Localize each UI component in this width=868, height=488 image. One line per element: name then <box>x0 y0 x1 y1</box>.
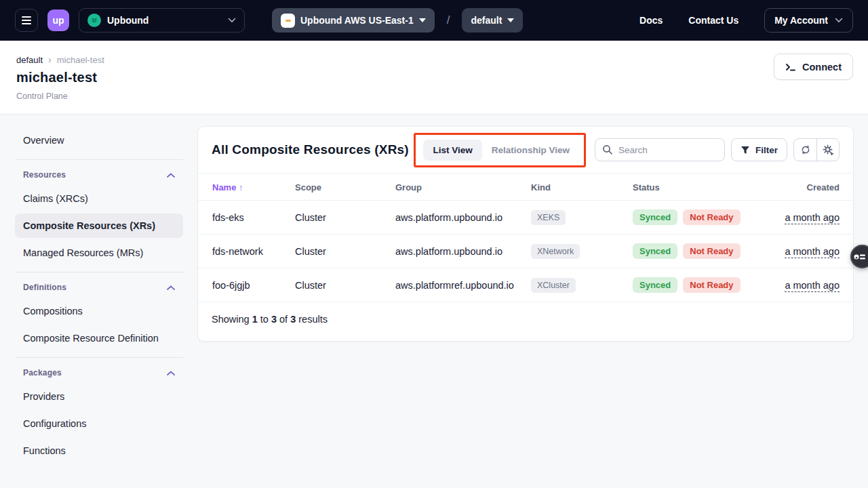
breadcrumb-current: michael-test <box>57 55 104 65</box>
cell-status: SyncedNot Ready <box>633 235 772 268</box>
list-record-icon <box>853 252 865 262</box>
cell-group: aws.platformref.upbound.io <box>395 268 531 302</box>
cell-scope: Cluster <box>295 268 395 302</box>
cell-kind: XNetwork <box>531 235 633 268</box>
relationship-view-tab[interactable]: Relationship View <box>492 145 570 155</box>
column-header-created[interactable]: Created <box>772 174 853 201</box>
sidebar-item-xrd[interactable]: Composite Resource Definition <box>15 326 183 350</box>
sidebar-item-composite-resources[interactable]: Composite Resources (XRs) <box>15 214 183 238</box>
cell-status: SyncedNot Ready <box>633 268 772 302</box>
status-badge-not-ready: Not Ready <box>683 277 740 293</box>
cell-scope: Cluster <box>295 201 395 235</box>
search-icon <box>602 144 613 155</box>
cell-group: aws.platform.upbound.io <box>395 201 531 235</box>
page-header: default › michael-test michael-test Cont… <box>0 41 868 115</box>
breadcrumb-root[interactable]: default <box>16 55 43 65</box>
sidebar-section-packages[interactable]: Packages <box>15 359 183 382</box>
status-badge-not-ready: Not Ready <box>683 209 740 225</box>
filter-button[interactable]: Filter <box>731 138 787 161</box>
path-separator: / <box>447 14 450 27</box>
kind-badge: XEKS <box>531 210 566 225</box>
cell-name[interactable]: fds-eks <box>198 201 295 235</box>
cell-group: aws.platform.upbound.io <box>395 235 531 268</box>
sidebar-item-managed-resources[interactable]: Managed Resources (MRs) <box>15 241 183 265</box>
cell-name[interactable]: foo-6jgjb <box>198 268 295 302</box>
my-account-button[interactable]: My Account <box>764 8 853 33</box>
control-plane-select[interactable]: Upbound AWS US-East-1 <box>272 8 435 33</box>
status-badge-not-ready: Not Ready <box>683 243 740 259</box>
sidebar-item-claims[interactable]: Claims (XRCs) <box>15 186 183 211</box>
menu-icon[interactable] <box>15 9 38 32</box>
divider <box>15 272 183 272</box>
kind-badge: XNetwork <box>531 244 580 259</box>
docs-link[interactable]: Docs <box>639 15 663 26</box>
sidebar-item-overview[interactable]: Overview <box>15 128 183 152</box>
table-row[interactable]: fds-network Cluster aws.platform.upbound… <box>198 235 853 268</box>
organization-label: Upbound <box>107 15 149 26</box>
chevron-down-icon <box>228 18 236 23</box>
upbound-logo[interactable]: up <box>47 9 69 31</box>
resources-card: All Composite Resources (XRs) List View … <box>197 126 854 342</box>
column-header-kind[interactable]: Kind <box>531 174 633 201</box>
created-tooltip-link[interactable]: a month ago <box>785 280 840 292</box>
sidebar-item-providers[interactable]: Providers <box>15 384 183 409</box>
filter-icon <box>741 146 750 155</box>
section-heading: Packages <box>23 368 62 378</box>
sidebar-section-resources[interactable]: Resources <box>15 161 183 184</box>
search-input[interactable] <box>618 145 713 155</box>
cell-created: a month ago <box>772 201 853 235</box>
page-title: michael-test <box>16 70 853 85</box>
sidebar-item-compositions[interactable]: Compositions <box>15 299 183 323</box>
created-tooltip-link[interactable]: a month ago <box>785 246 840 258</box>
created-tooltip-link[interactable]: a month ago <box>785 212 840 224</box>
table-header-row: Name ↑ Scope Group Kind Status Created <box>198 174 853 201</box>
chevron-down-icon <box>507 18 514 22</box>
column-header-status[interactable]: Status <box>633 174 772 201</box>
cell-created: a month ago <box>772 235 853 268</box>
gear-play-icon <box>823 144 834 156</box>
kind-badge: XCluster <box>531 278 576 293</box>
table-row[interactable]: fds-eks Cluster aws.platform.upbound.io … <box>198 201 853 235</box>
divider <box>15 159 183 160</box>
connect-button[interactable]: Connect <box>774 54 853 80</box>
refresh-icon <box>800 144 811 155</box>
auto-refresh-settings-button[interactable] <box>816 139 839 161</box>
card-title: All Composite Resources (XRs) <box>212 142 409 157</box>
cell-kind: XCluster <box>531 268 633 302</box>
breadcrumb: default › michael-test <box>16 54 853 65</box>
terminal-icon <box>785 62 796 72</box>
divider <box>15 357 183 358</box>
organization-select[interactable]: Upbound <box>79 8 245 33</box>
sidebar-item-functions[interactable]: Functions <box>15 439 183 463</box>
chevron-up-icon <box>167 371 175 375</box>
chevron-down-icon <box>835 18 843 23</box>
sort-asc-icon: ↑ <box>239 182 243 192</box>
refresh-button[interactable] <box>794 139 816 161</box>
chevron-down-icon <box>419 18 426 22</box>
table-actions <box>793 138 840 161</box>
cell-name[interactable]: fds-network <box>198 235 295 268</box>
chevron-up-icon <box>167 285 175 290</box>
resources-table: Name ↑ Scope Group Kind Status Created f… <box>198 174 853 302</box>
sidebar: Overview Resources Claims (XRCs) Composi… <box>0 115 197 488</box>
cell-created: a month ago <box>772 268 853 302</box>
section-heading: Resources <box>23 170 66 180</box>
status-badge-synced: Synced <box>633 277 677 293</box>
column-header-name[interactable]: Name ↑ <box>198 174 295 201</box>
column-header-group[interactable]: Group <box>395 174 531 201</box>
organization-icon <box>87 14 101 27</box>
cell-kind: XEKS <box>531 201 633 235</box>
cell-scope: Cluster <box>295 235 395 268</box>
status-badge-synced: Synced <box>633 209 677 225</box>
chevron-up-icon <box>167 173 175 178</box>
my-account-label: My Account <box>774 15 828 26</box>
results-summary: Showing 1 to 3 of 3 results <box>198 302 853 341</box>
table-row[interactable]: foo-6jgjb Cluster aws.platformref.upboun… <box>198 268 853 302</box>
column-header-scope[interactable]: Scope <box>295 174 395 201</box>
contact-us-link[interactable]: Contact Us <box>688 15 738 26</box>
list-view-tab[interactable]: List View <box>423 140 481 161</box>
sidebar-section-definitions[interactable]: Definitions <box>15 274 183 296</box>
status-badge-synced: Synced <box>633 243 677 259</box>
sidebar-item-configurations[interactable]: Configurations <box>15 411 183 436</box>
group-select[interactable]: default <box>462 8 523 33</box>
